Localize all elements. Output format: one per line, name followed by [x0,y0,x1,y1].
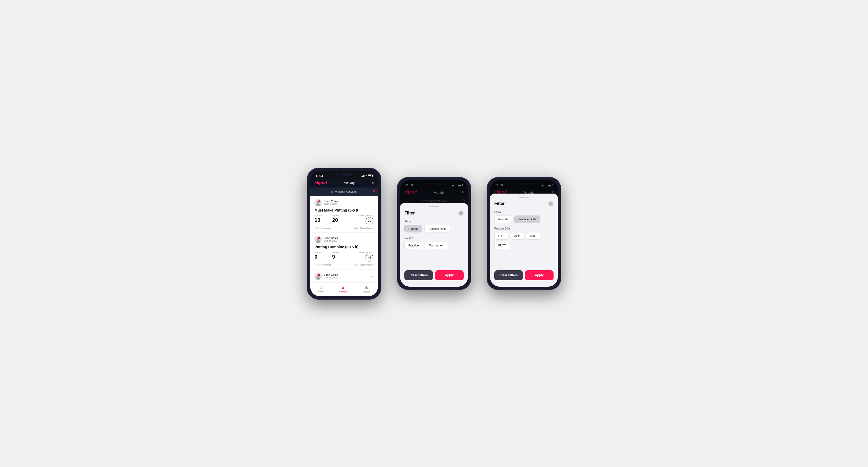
avatar-img-2 [315,236,321,243]
filter-icon-1: ⊞ [331,190,333,193]
sq-label-2: Shot Quality [358,251,374,254]
user-info-2: Josh Coles 28 Feb 2023 [314,236,338,243]
viewing-banner-text-1: Viewing Activities [335,190,357,193]
putt-btn-3[interactable]: PUTT [494,242,510,249]
rounds-toggle-btn-2[interactable]: Rounds [404,225,422,232]
test-info-text-2: Test Information [316,263,331,266]
notification-dot-1 [373,190,375,192]
sq-value-2: 45 [368,256,371,259]
practice-drills-toggle-btn-2[interactable]: Practice Drills [425,225,450,232]
shots-value-1: 20 [332,217,340,223]
viewing-banner-1[interactable]: ⊞ Viewing Activities [310,187,378,196]
apply-btn-3[interactable]: Apply [525,270,554,280]
card-header-3: Josh Coles 28 Feb 2023 ··· [314,273,374,280]
svg-point-3 [318,200,320,202]
status-time-1: 11:33 [315,174,323,178]
data-source-2: Data: Clippd Capture [354,263,374,266]
sq-label-1: Shot Quality [358,214,374,217]
signal-icon [362,175,365,177]
close-filter-btn-2[interactable]: ✕ [458,211,464,216]
battery-fill [368,175,371,176]
filter-sheet-2: Filter ✕ Show Rounds Practice Drills Rou… [400,203,468,287]
activity-card-1[interactable]: Josh Coles 28 Feb 2023 ··· Must Make Put… [310,196,378,233]
activity-title-2: Putting Combine (3-15 ft) [314,245,374,249]
hamburger-icon-1[interactable]: ≡ [372,181,374,185]
filter-overlay-3: Filter ✕ Show Rounds Practice Drills Pra… [490,180,558,287]
test-info-2: ℹ Test Information [314,263,331,266]
close-filter-btn-3[interactable]: ✕ [548,201,554,206]
user-name-3: Josh Coles [324,274,338,276]
filter-handle-3 [519,197,529,198]
activity-card-2[interactable]: Josh Coles 28 Feb 2023 ··· Putting Combi… [310,233,378,270]
notch-1 [331,171,357,178]
phone-2: 11:33 ▾ clippd Activity [397,177,471,290]
ott-btn-3[interactable]: OTT [494,232,508,240]
apply-btn-2[interactable]: Apply [435,270,464,280]
score-value-2: 0 [314,254,322,260]
stats-row-2: Score 0 OUT OF Shots 9 Shot Quality 45 [314,251,374,262]
more-button-1[interactable]: ··· [371,201,374,205]
app-header-1: clippd Activity ≡ [310,179,378,187]
user-name-1: Josh Coles [324,200,338,203]
test-info-text-1: Test Information [316,227,331,229]
practice-round-btn-2[interactable]: Practice [404,242,423,249]
data-source-1: Data: Clippd Capture [354,227,374,229]
user-info-1: Josh Coles 28 Feb 2023 [314,199,338,207]
phone-3: 11:33 ▾ clippd Activity [487,177,561,290]
logo-1: clippd [314,181,327,185]
test-info-1: ℹ Test Information [314,227,331,229]
app-btn-3[interactable]: APP [510,232,524,240]
rounds-toggle-btn-3[interactable]: Rounds [494,216,512,223]
card-footer-2: ℹ Test Information Data: Clippd Capture [314,263,374,266]
battery-icon [368,175,373,177]
scene: 11:33 ▾ clippd Activity [291,152,577,315]
show-buttons-3: Rounds Practice Drills [494,216,554,223]
rounds-label-2: Rounds [404,237,464,240]
avatar-1 [314,199,322,207]
show-buttons-2: Rounds Practice Drills [404,225,464,232]
header-title-1: Activity [344,181,355,185]
filter-handle-2 [429,206,439,207]
avatar-img-1 [315,199,321,206]
activities-label: Activities [339,291,347,293]
avatar-2 [314,236,322,243]
arg-btn-3[interactable]: ARG [526,232,540,240]
activity-card-3[interactable]: Josh Coles 28 Feb 2023 ··· [310,270,378,283]
capture-label: Capture [363,291,370,293]
score-label-2: Score [314,251,322,254]
shots-label-2: Shots [332,251,340,254]
card-header-2: Josh Coles 28 Feb 2023 ··· [314,236,374,243]
tournament-btn-2[interactable]: Tournament [425,242,448,249]
nav-home[interactable]: ⌂ Home [318,285,323,293]
activity-title-1: Must Make Putting (3-6 ft) [314,208,374,212]
user-name-2: Josh Coles [324,237,338,240]
sq-badge-2: 45 [365,254,374,262]
user-details-3: Josh Coles 28 Feb 2023 [324,274,338,279]
out-of-1: OUT OF [323,223,330,225]
score-value-1: 10 [314,217,322,223]
sq-badge-1: 75 [365,217,374,225]
clear-filters-btn-2[interactable]: Clear Filters [404,270,433,280]
phone-1: 11:33 ▾ clippd Activity [307,168,381,299]
nav-capture[interactable]: ⊕ Capture [363,285,370,293]
filter-sheet-3: Filter ✕ Show Rounds Practice Drills Pra… [490,193,558,287]
practice-drills-toggle-btn-3[interactable]: Practice Drills [515,216,540,223]
out-of-2: OUT OF [323,259,330,262]
capture-icon: ⊕ [365,285,368,290]
practice-drills-buttons-3: OTT APP ARG PUTT [494,232,554,249]
user-date-3: 28 Feb 2023 [324,276,338,279]
activities-list-1: Josh Coles 28 Feb 2023 ··· Must Make Put… [310,196,378,283]
svg-point-7 [318,237,320,239]
svg-point-11 [318,274,320,276]
wifi-icon: ▾ [366,175,367,177]
more-button-2[interactable]: ··· [371,238,374,242]
filter-actions-2: Clear Filters Apply [404,270,464,280]
filter-overlay-2: Filter ✕ Show Rounds Practice Drills Rou… [400,180,468,287]
more-button-3[interactable]: ··· [371,275,374,278]
clear-filters-btn-3[interactable]: Clear Filters [494,270,523,280]
show-label-2: Show [404,220,464,223]
svg-point-2 [316,203,320,206]
shots-label-1: Shots [332,214,340,217]
nav-activities[interactable]: ♟ Activities [339,285,347,293]
filter-title-3: Filter [494,201,505,206]
